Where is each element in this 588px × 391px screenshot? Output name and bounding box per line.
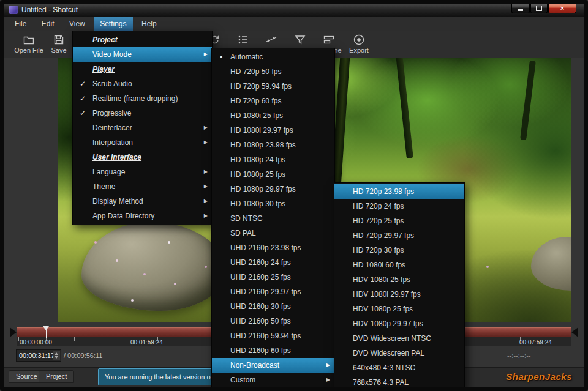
menu-item[interactable]: Non-Broadcast ▶ <box>212 358 334 373</box>
submenu-arrow-icon: ▶ <box>204 135 208 150</box>
menu-item[interactable]: HD 1080i 25 fps <box>212 108 334 123</box>
export-label: Export <box>343 47 375 54</box>
menu-item[interactable]: UHD 2160p 29.97 fps <box>212 285 334 299</box>
menubar-item[interactable]: View <box>63 17 91 31</box>
menu-item[interactable]: HDV 1080p 25 fps <box>334 302 464 316</box>
submenu-arrow-icon: ▶ <box>326 358 330 373</box>
menu-item[interactable]: HD 720p 25 fps <box>334 214 464 228</box>
menu-item[interactable]: Interpolation ▶ <box>73 135 212 150</box>
minimize-button[interactable] <box>511 3 530 13</box>
rock <box>531 237 571 291</box>
maximize-button[interactable] <box>530 3 548 13</box>
menu-item[interactable]: HDV 1080p 29.97 fps <box>334 316 464 331</box>
menu-item[interactable]: 768x576 4:3 PAL <box>334 375 464 390</box>
menu-item[interactable]: HD 720p 24 fps <box>334 199 464 214</box>
menu-item[interactable]: Theme ▶ <box>73 179 212 194</box>
check-icon: ✓ <box>80 76 86 91</box>
menu-item[interactable]: HD 720p 59.94 fps <box>212 79 334 94</box>
video-mode-submenu: ● Automatic HD 720p 50 fps HD 720p 59.94… <box>211 48 335 389</box>
menubar-item[interactable]: Settings <box>94 17 132 31</box>
non-broadcast-submenu: HD 720p 23.98 fps HD 720p 24 fps HD 720p… <box>334 182 465 391</box>
menu-item[interactable]: ✓ Realtime (frame dropping) <box>73 91 212 106</box>
menu-item[interactable]: ✓ Scrub Audio <box>73 76 212 91</box>
submenu-arrow-icon: ▶ <box>204 121 208 135</box>
open-file-button[interactable]: Open File <box>12 34 45 57</box>
settings-menu: Project Video Mode ▶ Player ✓ S <box>72 31 213 225</box>
menu-item[interactable]: SD PAL <box>212 226 334 240</box>
menu-item[interactable]: HD 1080p 25 fps <box>212 167 334 182</box>
submenu-arrow-icon: ▶ <box>204 165 208 179</box>
menu-item[interactable]: Video Mode ▶ <box>73 47 212 62</box>
menu-item[interactable]: HD 1080i 29.97 fps <box>212 123 334 138</box>
tree-trunk <box>520 61 536 140</box>
menu-item[interactable]: 640x480 4:3 NTSC <box>334 360 464 375</box>
menu-item[interactable]: App Data Directory ▶ <box>73 209 212 223</box>
menu-item[interactable]: HD 720p 50 fps <box>212 64 334 79</box>
tree-trunk <box>396 58 413 158</box>
menu-item[interactable]: HD 720p 60 fps <box>212 94 334 108</box>
menu-item[interactable]: HD 1080p 23.98 fps <box>212 138 334 152</box>
watermark: SharpenJacks <box>506 371 572 382</box>
playlist-icon <box>237 34 249 46</box>
playhead[interactable] <box>43 326 50 338</box>
menu-item[interactable]: ● Automatic <box>212 50 334 64</box>
selected-duration: --:--:--:-- <box>507 352 530 359</box>
menubar-item[interactable]: Edit <box>36 17 61 31</box>
menu-item[interactable]: HD 1080p 30 fps <box>212 196 334 211</box>
menu-item[interactable]: Custom ▶ <box>212 373 334 387</box>
total-duration: / 00:09:56:11 <box>64 352 102 359</box>
check-icon: ✓ <box>80 91 86 106</box>
keyframes-icon <box>265 34 277 46</box>
export-button[interactable]: Export <box>343 34 375 57</box>
menu-item[interactable]: UHD 2160p 24 fps <box>212 255 334 270</box>
menu-item[interactable]: UHD 2160p 59.94 fps <box>212 329 334 343</box>
menubar-item[interactable]: Help <box>135 17 163 31</box>
spinner-up-icon[interactable] <box>55 352 58 355</box>
menu-item[interactable]: UHD 2160p 60 fps <box>212 343 334 358</box>
menu-item[interactable]: HD 1080p 29.97 fps <box>212 182 334 196</box>
minimize-icon <box>518 9 523 11</box>
menu-item[interactable]: DVD Widescreen NTSC <box>334 331 464 346</box>
window-controls: × <box>511 3 576 13</box>
menu-item[interactable]: Language ▶ <box>73 165 212 179</box>
spinner-down-icon[interactable] <box>55 356 58 359</box>
menu-item[interactable]: UHD 2160p 25 fps <box>212 270 334 285</box>
spinner-buttons[interactable] <box>53 351 60 360</box>
menu-item[interactable]: DVD Widescreen PAL <box>334 346 464 360</box>
menu-item[interactable]: ✓ Progressive <box>73 106 212 121</box>
menu-item[interactable]: UHD 2160p 30 fps <box>212 299 334 314</box>
open-file-label: Open File <box>12 47 45 54</box>
position-spinner[interactable]: 00:00:31:17 <box>16 349 61 362</box>
menu-item[interactable]: HD 720p 29.97 fps <box>334 228 464 243</box>
shotcut-window: Untitled - Shotcut × File Edit View Sett… <box>0 0 588 391</box>
tab-project[interactable]: Project <box>39 370 74 383</box>
menu-item[interactable]: Deinterlacer ▶ <box>73 121 212 135</box>
menu-item: Player <box>73 62 212 76</box>
menu-item[interactable]: Display Method ▶ <box>73 194 212 209</box>
submenu-arrow-icon: ▶ <box>326 373 330 387</box>
close-button[interactable]: × <box>548 3 576 13</box>
submenu-arrow-icon: ▶ <box>204 209 208 223</box>
window-title: Untitled - Shotcut <box>21 6 78 14</box>
save-button[interactable]: Save <box>45 34 72 57</box>
menu-item: Project <box>73 32 212 47</box>
menu-item[interactable]: HD 720p 23.98 fps <box>334 184 464 199</box>
open-file-icon <box>23 34 35 46</box>
trim-in-marker[interactable] <box>10 327 17 337</box>
menu-item[interactable]: HDV 1080i 29.97 fps <box>334 287 464 302</box>
position-value: 00:00:31:17 <box>19 352 55 359</box>
trim-out-marker[interactable] <box>571 327 578 337</box>
menu-item[interactable]: HD 1080i 60 fps <box>334 258 464 272</box>
menu-item[interactable]: UHD 2160p 23.98 fps <box>212 240 334 255</box>
menu-item[interactable]: SD NTSC <box>212 211 334 226</box>
radio-selected-icon: ● <box>220 50 222 64</box>
menu-item[interactable]: UHD 2160p 50 fps <box>212 314 334 329</box>
filters-icon <box>294 34 306 46</box>
titlebar[interactable]: Untitled - Shotcut × <box>4 3 584 17</box>
menubar-item[interactable]: File <box>9 17 32 31</box>
menubar: File Edit View Settings Help <box>4 17 584 31</box>
save-icon <box>53 34 65 46</box>
menu-item[interactable]: HDV 1080i 25 fps <box>334 272 464 287</box>
menu-item[interactable]: HD 720p 30 fps <box>334 243 464 258</box>
menu-item[interactable]: HD 1080p 24 fps <box>212 152 334 167</box>
